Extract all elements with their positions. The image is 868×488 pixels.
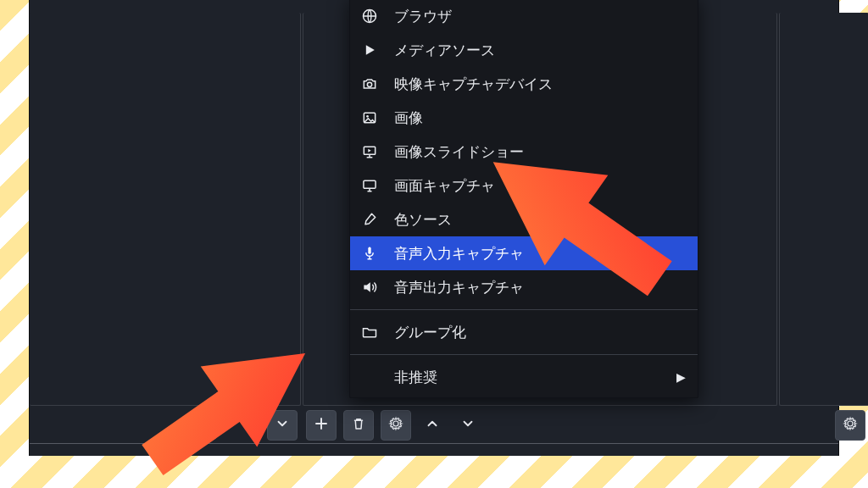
menu-item-color-source[interactable]: 色ソース	[350, 202, 698, 236]
chevron-down-icon	[275, 416, 290, 435]
menu-item-label: 画像	[394, 108, 423, 128]
camera-icon	[360, 75, 379, 93]
menu-item-video-capture[interactable]: 映像キャプチャデバイス	[350, 67, 698, 101]
menu-item-deprecated[interactable]: 非推奨 ▶	[350, 360, 698, 394]
menu-item-label: 画面キャプチャ	[394, 176, 495, 196]
menu-item-label: 映像キャプチャデバイス	[394, 75, 553, 94]
source-up-button[interactable]	[418, 411, 447, 440]
microphone-icon	[360, 244, 379, 263]
menu-item-audio-input[interactable]: 音声入力キャプチャ	[350, 236, 698, 270]
trash-icon	[351, 416, 366, 435]
source-down-button[interactable]	[453, 411, 482, 440]
menu-item-label: グループ化	[394, 323, 466, 342]
menu-item-browser[interactable]: ブラウザ	[350, 0, 698, 33]
gear-icon	[843, 416, 858, 435]
panel-right-toolbar	[779, 408, 868, 443]
svg-rect-6	[368, 247, 370, 254]
source-settings-button[interactable]	[381, 410, 411, 441]
menu-item-slideshow[interactable]: 画像スライドショー	[350, 135, 698, 169]
panel-scenes	[30, 13, 301, 443]
brush-icon	[360, 210, 379, 229]
horizontal-splitter[interactable]	[30, 443, 838, 444]
chevron-up-icon	[425, 416, 440, 435]
slideshow-icon	[360, 142, 379, 161]
scene-down-button[interactable]	[267, 410, 298, 441]
right-settings-button[interactable]	[835, 410, 865, 441]
plus-icon	[314, 416, 329, 435]
menu-item-label: 非推奨	[394, 368, 437, 387]
menu-item-label: 音声入力キャプチャ	[394, 244, 524, 263]
image-icon	[360, 108, 379, 127]
menu-separator	[350, 309, 698, 310]
blank-icon	[360, 368, 379, 386]
menu-item-label: 画像スライドショー	[394, 142, 524, 162]
globe-icon	[360, 7, 379, 25]
menu-item-display-capture[interactable]: 画面キャプチャ	[350, 169, 698, 202]
menu-item-group[interactable]: グループ化	[350, 315, 698, 349]
speaker-icon	[360, 278, 379, 297]
submenu-arrow-icon: ▶	[676, 370, 686, 384]
gear-icon	[388, 416, 403, 435]
menu-item-image[interactable]: 画像	[350, 101, 698, 135]
remove-source-button[interactable]	[343, 410, 374, 441]
add-source-button[interactable]	[306, 410, 337, 441]
menu-item-label: 色ソース	[394, 210, 452, 230]
chevron-down-icon	[460, 416, 476, 435]
menu-item-media-source[interactable]: メディアソース	[350, 33, 698, 67]
panel-right-body[interactable]	[779, 13, 868, 406]
svg-point-1	[367, 82, 371, 86]
menu-item-label: ブラウザ	[394, 7, 452, 26]
panel-right	[779, 13, 868, 443]
menu-item-audio-output[interactable]: 音声出力キャプチャ	[350, 270, 698, 304]
panel-scenes-toolbar	[30, 408, 301, 443]
play-icon	[360, 41, 379, 59]
folder-icon	[360, 323, 379, 341]
svg-rect-5	[364, 180, 376, 188]
app-window: い。	[29, 0, 839, 456]
menu-separator	[350, 354, 698, 355]
add-source-menu: ブラウザ メディアソース 映像キャプチャデバイス 画像 画像スライドショー 画面…	[349, 0, 698, 398]
panel-sources-toolbar	[303, 408, 777, 443]
monitor-icon	[360, 176, 379, 195]
panel-scenes-body[interactable]	[30, 13, 301, 406]
svg-point-3	[366, 115, 369, 118]
menu-item-label: 音声出力キャプチャ	[394, 278, 524, 297]
menu-item-label: メディアソース	[394, 41, 495, 60]
